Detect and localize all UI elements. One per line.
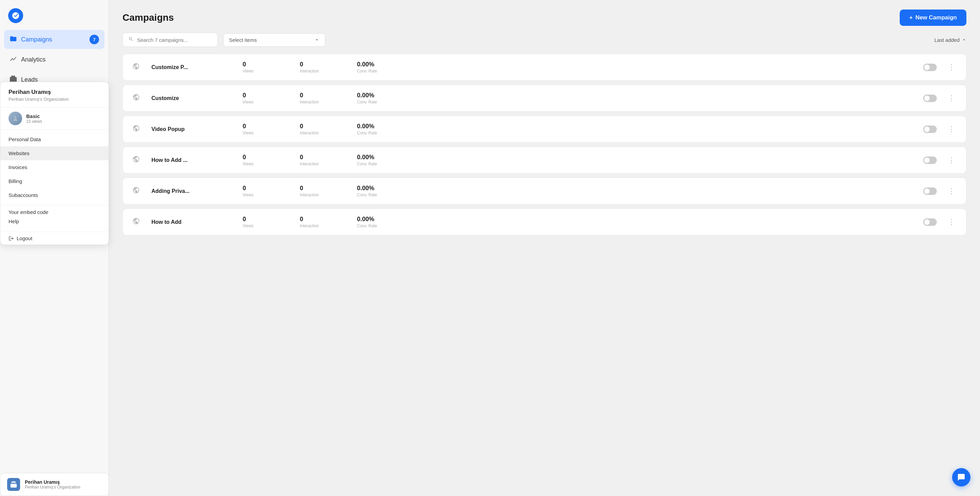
campaign-toggle[interactable] <box>923 64 937 71</box>
filter-bar: Select items Last added <box>109 33 980 54</box>
campaign-list: Customize P... 0 Views 0 Interaction 0.0… <box>109 54 980 496</box>
campaign-interaction: 0 Interaction <box>300 123 347 135</box>
plan-name: Basic <box>26 113 42 119</box>
chat-button[interactable] <box>952 468 970 486</box>
main-content: Campaigns + New Campaign Select items La… <box>109 0 980 496</box>
campaign-name[interactable]: How to Add <box>151 219 233 225</box>
search-input[interactable] <box>137 37 212 43</box>
campaign-more-button[interactable]: ⋮ <box>946 216 956 228</box>
campaign-toggle[interactable] <box>923 95 937 102</box>
user-bar-name: Perihan Uramış <box>25 479 80 485</box>
sidebar-item-campaigns[interactable]: Campaigns 7 <box>4 30 105 49</box>
dropdown-user-name: Perihan Uramış <box>8 89 100 95</box>
campaign-name[interactable]: How to Add ... <box>151 157 233 163</box>
chevron-down-icon <box>314 37 320 43</box>
campaign-interaction: 0 Interaction <box>300 154 347 166</box>
campaign-more-button[interactable]: ⋮ <box>946 185 956 197</box>
search-box[interactable] <box>123 33 218 47</box>
select-items-label: Select items <box>229 37 257 43</box>
campaign-card: Video Popup 0 Views 0 Interaction 0.00% … <box>123 116 966 143</box>
user-bar[interactable]: Perihan Uramış Perihan Uramış's Organiza… <box>0 473 109 496</box>
campaign-more-button[interactable]: ⋮ <box>946 92 956 104</box>
campaign-views: 0 Views <box>243 92 290 105</box>
select-items-dropdown[interactable]: Select items <box>223 33 325 47</box>
campaign-views: 0 Views <box>243 61 290 73</box>
menu-item-invoices[interactable]: Invoices <box>0 160 108 174</box>
dropdown-menu: Personal Data Websites Invoices Billing … <box>0 130 108 205</box>
campaign-name[interactable]: Customize <box>151 95 233 102</box>
campaign-card: Adding Priva... 0 Views 0 Interaction 0.… <box>123 178 966 205</box>
user-bar-org: Perihan Uramış's Organization <box>25 485 80 490</box>
campaign-more-button[interactable]: ⋮ <box>946 124 956 135</box>
campaign-globe-icon <box>132 218 142 227</box>
plan-info: Basic 15 views <box>26 113 42 124</box>
sidebar-item-analytics[interactable]: Analytics <box>4 50 105 69</box>
user-avatar <box>7 478 20 491</box>
svg-point-0 <box>14 116 17 118</box>
campaign-card: Customize 0 Views 0 Interaction 0.00% Co… <box>123 85 966 111</box>
user-plan-row: Basic 15 views <box>0 108 108 130</box>
search-icon <box>128 37 134 43</box>
menu-item-subaccounts[interactable]: Subaccounts <box>0 188 108 202</box>
logout-label: Logout <box>17 235 32 241</box>
sort-label-text: Last added <box>934 37 959 43</box>
campaign-toggle[interactable] <box>923 188 937 195</box>
new-campaign-label: New Campaign <box>915 14 957 21</box>
page-header: Campaigns + New Campaign <box>109 0 980 33</box>
user-bar-info: Perihan Uramış Perihan Uramış's Organiza… <box>25 479 80 490</box>
campaigns-icon <box>10 35 17 44</box>
sidebar-item-label: Campaigns <box>21 36 52 43</box>
campaign-globe-icon <box>132 186 142 196</box>
campaign-conv-rate: 0.00% Conv. Rate <box>357 154 404 166</box>
campaign-globe-icon <box>132 156 142 165</box>
campaign-toggle[interactable] <box>923 218 937 226</box>
page-title: Campaigns <box>123 12 174 23</box>
user-dropdown: Perihan Uramış Perihan Uramış's Organiza… <box>0 82 109 245</box>
campaign-name[interactable]: Adding Priva... <box>151 188 233 194</box>
campaign-views: 0 Views <box>243 123 290 135</box>
app-logo[interactable] <box>0 0 108 30</box>
campaigns-badge: 7 <box>89 35 99 44</box>
campaign-name[interactable]: Video Popup <box>151 126 233 132</box>
sidebar-item-label: Analytics <box>21 56 46 63</box>
campaign-card: How to Add ... 0 Views 0 Interaction 0.0… <box>123 146 966 173</box>
campaign-conv-rate: 0.00% Conv. Rate <box>357 92 404 105</box>
campaign-name[interactable]: Customize P... <box>151 64 233 70</box>
menu-item-websites[interactable]: Websites <box>0 146 108 160</box>
new-campaign-button[interactable]: + New Campaign <box>900 10 966 26</box>
campaign-more-button[interactable]: ⋮ <box>946 62 956 73</box>
sort-chevron-icon <box>962 37 966 42</box>
campaign-views: 0 Views <box>243 185 290 197</box>
campaign-globe-icon <box>132 94 142 103</box>
dropdown-links: Your embed code Help <box>0 205 108 232</box>
menu-item-personal-data[interactable]: Personal Data <box>0 132 108 146</box>
menu-item-billing[interactable]: Billing <box>0 174 108 188</box>
campaign-toggle[interactable] <box>923 156 937 164</box>
campaign-globe-icon <box>132 124 142 134</box>
logout-button[interactable]: Logout <box>0 232 108 245</box>
plus-icon: + <box>909 14 913 21</box>
campaign-card: Customize P... 0 Views 0 Interaction 0.0… <box>123 54 966 81</box>
campaign-interaction: 0 Interaction <box>300 216 347 228</box>
campaign-card: How to Add 0 Views 0 Interaction 0.00% C… <box>123 208 966 235</box>
sidebar: Campaigns 7 Analytics Leads Perihan Uram… <box>0 0 109 496</box>
campaign-interaction: 0 Interaction <box>300 92 347 105</box>
embed-code-link[interactable]: Your embed code <box>8 209 100 215</box>
plan-views: 15 views <box>26 119 42 124</box>
analytics-icon <box>10 55 17 64</box>
sort-control[interactable]: Last added <box>934 37 966 43</box>
campaign-conv-rate: 0.00% Conv. Rate <box>357 61 404 73</box>
campaign-more-button[interactable]: ⋮ <box>946 154 956 166</box>
campaign-interaction: 0 Interaction <box>300 185 347 197</box>
campaign-views: 0 Views <box>243 154 290 166</box>
campaign-toggle[interactable] <box>923 126 937 133</box>
campaign-globe-icon <box>132 63 142 72</box>
dropdown-user-org: Perihan Uramış's Organization <box>8 97 100 102</box>
help-link[interactable]: Help <box>8 218 100 224</box>
plan-avatar <box>8 111 22 125</box>
campaign-conv-rate: 0.00% Conv. Rate <box>357 216 404 228</box>
dropdown-header: Perihan Uramış Perihan Uramış's Organiza… <box>0 82 108 108</box>
logo-icon <box>8 8 23 23</box>
campaign-views: 0 Views <box>243 216 290 228</box>
campaign-conv-rate: 0.00% Conv. Rate <box>357 123 404 135</box>
